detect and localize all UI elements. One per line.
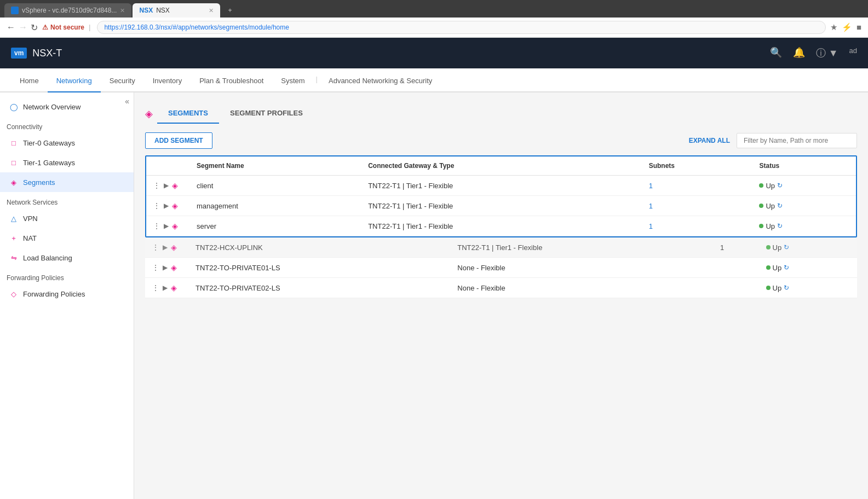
nav-advanced[interactable]: Advanced Networking & Security xyxy=(320,70,441,92)
sidebar-label-nat: NAT xyxy=(23,234,37,242)
nav-networking[interactable]: Networking xyxy=(48,70,101,92)
nav-home[interactable]: Home xyxy=(11,70,48,92)
status-dot-priv01 xyxy=(766,265,771,270)
nav-separator: | xyxy=(314,67,320,91)
segment-table-wrapper: Segment Name Connected Gateway & Type Su… xyxy=(145,155,857,298)
add-segment-button[interactable]: ADD SEGMENT xyxy=(145,132,212,149)
cell-name-server: server xyxy=(190,216,361,236)
segments-sidebar-icon: ◈ xyxy=(9,177,19,187)
cell-name-management: management xyxy=(190,196,361,216)
vsphere-tab-close[interactable]: ✕ xyxy=(120,7,125,14)
refresh-icon-hcx[interactable]: ↻ xyxy=(784,243,789,251)
segment-icon-management: ◈ xyxy=(172,201,178,210)
col-actions xyxy=(146,156,190,176)
vpn-icon: △ xyxy=(9,213,19,223)
cell-gateway-priv01: None - Flexible xyxy=(451,258,714,278)
sidebar-label-tier1: Tier-1 Gateways xyxy=(23,159,75,167)
tab-segment-profiles[interactable]: SEGMENT PROFILES xyxy=(219,103,314,124)
status-dot-server xyxy=(759,224,763,228)
expand-arrow-client[interactable]: ▶ xyxy=(164,182,169,189)
status-label-priv02: Up xyxy=(773,284,782,292)
expand-all-button[interactable]: EXPAND ALL xyxy=(689,137,730,144)
sidebar-item-load-balancing[interactable]: ⇋ Load Balancing xyxy=(0,248,134,268)
reload-button[interactable]: ↻ xyxy=(31,22,38,33)
refresh-icon-priv02[interactable]: ↻ xyxy=(784,284,789,292)
refresh-icon-priv01[interactable]: ↻ xyxy=(784,264,789,271)
sidebar-item-tier1[interactable]: □ Tier-1 Gateways xyxy=(0,153,134,172)
nav-plan[interactable]: Plan & Troubleshoot xyxy=(191,70,272,92)
address-bar: ← → ↻ ⚠ Not secure | https://192.168.0.3… xyxy=(0,18,868,38)
segment-icon-priv02: ◈ xyxy=(171,283,177,292)
cell-gateway-management: TNT22-T1 | Tier1 - Flexible xyxy=(361,196,642,216)
new-tab-button[interactable]: + xyxy=(221,3,238,18)
tab-segments[interactable]: SEGMENTS xyxy=(157,103,219,124)
sidebar-item-vpn[interactable]: △ VPN xyxy=(0,208,134,228)
table-row: ⋮ ▶ ◈ TNT22-HCX-UPLINK TNT22-T1 | Tier1 … xyxy=(145,237,857,258)
nav-inventory[interactable]: Inventory xyxy=(144,70,191,92)
extension-icon[interactable]: ⚡ xyxy=(842,22,852,32)
sidebar-item-segments[interactable]: ◈ Segments xyxy=(0,172,134,192)
subnet-link-client[interactable]: 1 xyxy=(649,182,653,190)
dots-menu-server[interactable]: ⋮ xyxy=(153,222,160,230)
refresh-icon-server[interactable]: ↻ xyxy=(777,222,783,230)
forward-button[interactable]: → xyxy=(19,22,27,33)
sidebar-section-forwarding: Forwarding Policies xyxy=(0,268,134,284)
vm-logo: vm xyxy=(11,48,27,59)
selected-rows-group: Segment Name Connected Gateway & Type Su… xyxy=(145,155,857,237)
dots-menu-priv02[interactable]: ⋮ xyxy=(152,283,159,292)
subnet-link-management[interactable]: 1 xyxy=(649,202,653,210)
expand-arrow-management[interactable]: ▶ xyxy=(164,202,169,210)
col-segment-name: Segment Name xyxy=(190,156,361,176)
bell-icon[interactable]: 🔔 xyxy=(793,47,805,60)
segment-icon-priv01: ◈ xyxy=(171,263,177,272)
nav-bar: Home Networking Security Inventory Plan … xyxy=(0,68,868,92)
cell-name-client: client xyxy=(190,176,361,196)
nav-security[interactable]: Security xyxy=(101,70,144,92)
dots-menu-client[interactable]: ⋮ xyxy=(153,181,160,190)
expand-arrow-priv01[interactable]: ▶ xyxy=(163,264,168,271)
status-dot-hcx xyxy=(766,245,771,250)
cell-gateway-client: TNT22-T1 | Tier1 - Flexible xyxy=(361,176,642,196)
filter-input[interactable] xyxy=(737,133,857,148)
network-overview-icon: ◯ xyxy=(9,102,19,112)
sidebar-item-network-overview[interactable]: ◯ Network Overview xyxy=(0,97,134,117)
expand-arrow-hcx[interactable]: ▶ xyxy=(163,243,168,251)
browser-tab-nsx[interactable]: NSX NSX ✕ xyxy=(133,3,220,18)
back-button[interactable]: ← xyxy=(7,22,15,33)
dots-menu-hcx[interactable]: ⋮ xyxy=(152,243,159,252)
cell-name-priv01: TNT22-TO-PRIVATE01-LS xyxy=(189,258,451,278)
help-icon[interactable]: ⓘ ▼ xyxy=(816,47,838,60)
row-actions-priv01: ⋮ ▶ ◈ xyxy=(145,258,189,278)
browser-tab-vsphere[interactable]: vSphere - vc.de7510d9c7d848... ✕ xyxy=(4,3,131,18)
segment-table: Segment Name Connected Gateway & Type Su… xyxy=(146,156,856,236)
refresh-icon-client[interactable]: ↻ xyxy=(777,182,783,189)
security-badge: ⚠ Not secure | xyxy=(42,24,93,31)
bookmark-icon[interactable]: ★ xyxy=(830,22,837,32)
table-row: ⋮ ▶ ◈ server TNT22-T1 | Tier1 - Flexible… xyxy=(146,216,856,236)
sidebar-section-network-services: Network Services xyxy=(0,192,134,208)
sidebar-label-lb: Load Balancing xyxy=(23,254,72,262)
profile-icon[interactable]: ■ xyxy=(856,22,861,32)
expand-arrow-server[interactable]: ▶ xyxy=(164,222,169,230)
sidebar-section-connectivity: Connectivity xyxy=(0,117,134,133)
dots-menu-priv01[interactable]: ⋮ xyxy=(152,263,159,272)
refresh-icon-management[interactable]: ↻ xyxy=(777,202,783,210)
address-bar-icons: ★ ⚡ ■ xyxy=(830,22,861,32)
search-icon[interactable]: 🔍 xyxy=(770,47,782,60)
sidebar-item-forwarding[interactable]: ◇ Forwarding Policies xyxy=(0,284,134,304)
sidebar-item-tier0[interactable]: □ Tier-0 Gateways xyxy=(0,133,134,153)
content-area: ◈ SEGMENTS SEGMENT PROFILES ADD SEGMENT … xyxy=(134,92,868,499)
sidebar-item-nat[interactable]: + NAT xyxy=(0,228,134,248)
url-bar[interactable]: https://192.168.0.3/nsx/#/app/networks/s… xyxy=(97,21,826,34)
subnet-link-server[interactable]: 1 xyxy=(649,222,653,230)
sidebar-collapse-button[interactable]: « xyxy=(125,97,129,106)
nav-system[interactable]: System xyxy=(272,70,313,92)
table-row: ⋮ ▶ ◈ TNT22-TO-PRIVATE02-LS None - Flexi… xyxy=(145,278,857,298)
cell-subnets-priv02 xyxy=(714,278,760,298)
nsx-tab-close[interactable]: ✕ xyxy=(209,7,214,14)
expand-arrow-priv02[interactable]: ▶ xyxy=(163,284,168,292)
tier1-icon: □ xyxy=(9,158,19,167)
dots-menu-management[interactable]: ⋮ xyxy=(153,201,160,210)
cell-status-client: Up ↻ xyxy=(752,176,856,196)
user-icon[interactable]: ad xyxy=(849,47,857,60)
